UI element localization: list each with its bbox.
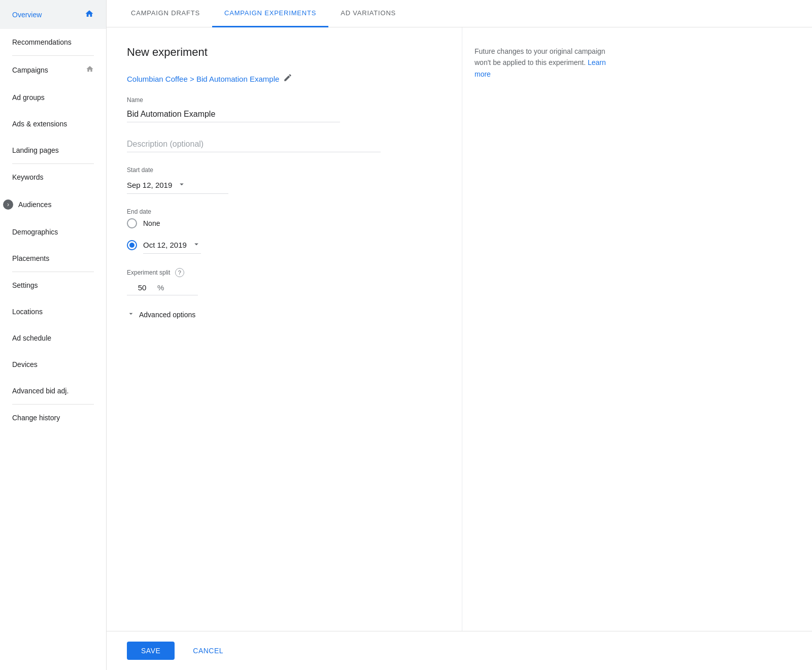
start-date-value: Sep 12, 2019 — [127, 181, 172, 189]
sidebar-item-label: Keywords — [12, 173, 43, 181]
end-date-group: End date None Oct 12, 2019 — [127, 208, 442, 254]
sidebar-item-locations[interactable]: Locations — [0, 298, 106, 325]
experiment-split-label: Experiment split ? — [127, 268, 442, 277]
sidebar-item-label: Overview — [12, 11, 42, 19]
description-input[interactable] — [127, 137, 381, 152]
footer-bar: SAVE CANCEL — [107, 631, 812, 670]
start-date-select[interactable]: Sep 12, 2019 — [127, 177, 228, 194]
tab-campaign-drafts[interactable]: CAMPAIGN DRAFTS — [119, 0, 212, 27]
description-group — [127, 137, 442, 152]
sidebar-item-label: Placements — [12, 254, 49, 262]
sidebar-item-ad-schedule[interactable]: Ad schedule — [0, 325, 106, 351]
name-group: Name — [127, 96, 442, 122]
sidebar-item-label: Demographics — [12, 228, 58, 236]
tab-ad-variations[interactable]: AD VARIATIONS — [328, 0, 408, 27]
end-date-none-label: None — [143, 219, 160, 227]
sidebar-item-label: Change history — [12, 414, 60, 422]
name-input[interactable] — [127, 107, 340, 122]
sidebar-item-label: Recommendations — [12, 38, 72, 46]
breadcrumb[interactable]: Columbian Coffee > Bid Automation Exampl… — [127, 73, 292, 84]
split-input[interactable] — [127, 283, 157, 292]
expand-icon: › — [3, 199, 13, 210]
sidebar: Overview Recommendations Campaigns Ad gr… — [0, 0, 107, 670]
sidebar-item-label: Audiences — [18, 200, 51, 209]
sidebar-item-ad-groups[interactable]: Ad groups — [0, 84, 106, 111]
sidebar-item-devices[interactable]: Devices — [0, 351, 106, 378]
sidebar-item-ads-extensions[interactable]: Ads & extensions — [0, 111, 106, 137]
sidebar-item-label: Ads & extensions — [12, 120, 67, 128]
edit-icon — [283, 73, 292, 84]
name-label: Name — [127, 96, 442, 104]
tab-campaign-experiments[interactable]: CAMPAIGN EXPERIMENTS — [212, 0, 328, 27]
form-area: New experiment Columbian Coffee > Bid Au… — [107, 27, 812, 631]
end-date-label: End date — [127, 208, 442, 215]
save-button[interactable]: SAVE — [127, 642, 175, 660]
house-icon — [86, 65, 94, 75]
side-panel-text: Future changes to your original campaign… — [475, 46, 612, 80]
sidebar-item-overview[interactable]: Overview — [0, 0, 106, 29]
side-panel: Future changes to your original campaign… — [462, 27, 624, 631]
sidebar-item-change-history[interactable]: Change history — [0, 405, 106, 431]
sidebar-item-settings[interactable]: Settings — [0, 272, 106, 298]
sidebar-item-demographics[interactable]: Demographics — [0, 219, 106, 245]
sidebar-item-placements[interactable]: Placements — [0, 245, 106, 272]
home-icon — [85, 9, 94, 20]
end-date-value: Oct 12, 2019 — [143, 241, 187, 249]
sidebar-item-campaigns[interactable]: Campaigns — [0, 56, 106, 84]
end-date-date-option[interactable]: Oct 12, 2019 — [127, 237, 442, 254]
sidebar-item-landing-pages[interactable]: Landing pages — [0, 137, 106, 163]
sidebar-item-keywords[interactable]: Keywords — [0, 164, 106, 190]
split-input-group: % — [127, 280, 198, 295]
sidebar-item-label: Advanced bid adj. — [12, 387, 69, 395]
sidebar-item-label: Ad groups — [12, 93, 45, 102]
sidebar-item-label: Settings — [12, 281, 38, 289]
form-main: New experiment Columbian Coffee > Bid Au… — [107, 27, 462, 631]
start-date-label: Start date — [127, 166, 442, 174]
advanced-options-label: Advanced options — [139, 311, 195, 319]
cancel-button[interactable]: CANCEL — [183, 642, 233, 660]
breadcrumb-text: Columbian Coffee > Bid Automation Exampl… — [127, 75, 279, 83]
sidebar-item-label: Ad schedule — [12, 334, 51, 342]
radio-date-circle — [127, 240, 137, 250]
sidebar-item-advanced-bid[interactable]: Advanced bid adj. — [0, 378, 106, 404]
sidebar-item-audiences[interactable]: › Audiences — [0, 190, 106, 219]
sidebar-item-label: Devices — [12, 360, 38, 368]
sidebar-item-label: Campaigns — [12, 66, 48, 74]
start-date-dropdown-arrow — [177, 180, 186, 190]
page-title: New experiment — [127, 46, 442, 59]
tabs-bar: CAMPAIGN DRAFTS CAMPAIGN EXPERIMENTS AD … — [107, 0, 812, 27]
advanced-options-toggle[interactable]: Advanced options — [127, 310, 442, 319]
end-date-dropdown-arrow — [192, 240, 201, 250]
sidebar-item-label: Locations — [12, 308, 43, 316]
split-unit: % — [157, 283, 164, 292]
radio-none-circle — [127, 218, 137, 228]
start-date-group: Start date Sep 12, 2019 — [127, 166, 442, 194]
question-icon[interactable]: ? — [175, 268, 184, 277]
end-date-none-option[interactable]: None — [127, 218, 442, 228]
end-date-radio-group: None Oct 12, 2019 — [127, 218, 442, 254]
main-content: CAMPAIGN DRAFTS CAMPAIGN EXPERIMENTS AD … — [107, 0, 812, 670]
sidebar-item-label: Landing pages — [12, 146, 59, 154]
sidebar-item-recommendations[interactable]: Recommendations — [0, 29, 106, 55]
experiment-split-group: Experiment split ? % — [127, 268, 442, 295]
chevron-down-icon — [127, 310, 135, 319]
end-date-select[interactable]: Oct 12, 2019 — [143, 237, 201, 254]
